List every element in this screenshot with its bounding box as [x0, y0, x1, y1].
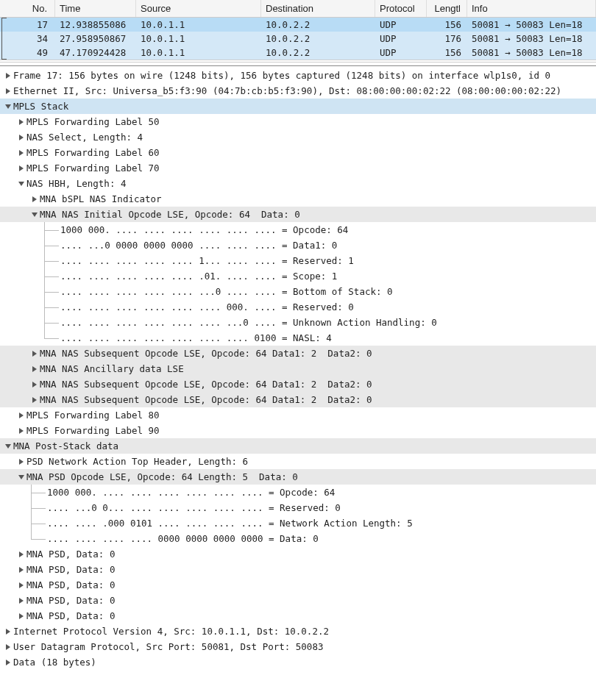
tree-node[interactable]: Internet Protocol Version 4, Src: 10.0.1…: [0, 624, 596, 639]
caret-closed-icon[interactable]: [3, 88, 13, 95]
packet-row[interactable]: 1712.93885508610.0.1.110.0.2.2UDP1565008…: [0, 18, 596, 32]
tree-node[interactable]: .... .... .... .... .... ...0 .... .... …: [0, 284, 596, 299]
tree-guide-icon: [40, 284, 60, 299]
cell-len: 156: [427, 18, 467, 32]
col-header-no[interactable]: No.: [0, 0, 55, 17]
caret-closed-icon[interactable]: [3, 643, 13, 651]
tree-node[interactable]: MNA PSD, Data: 0: [0, 546, 596, 562]
cell-no: 34: [0, 32, 55, 46]
caret-closed-icon[interactable]: [16, 566, 26, 574]
tree-node[interactable]: MPLS Forwarding Label 60: [0, 145, 596, 160]
col-header-dst[interactable]: Destination: [261, 0, 375, 17]
tree-node[interactable]: Data (18 bytes): [0, 654, 596, 670]
tree-label: PSD Network Action Top Header, Length: 6: [26, 454, 248, 469]
tree-label: MNA PSD, Data: 0: [26, 593, 115, 608]
caret-closed-icon[interactable]: [3, 628, 13, 635]
tree-node[interactable]: .... ...0 0... .... .... .... .... .... …: [0, 500, 596, 515]
tree-node[interactable]: MNA bSPL NAS Indicator: [0, 191, 596, 207]
tree-node[interactable]: MNA NAS Subsequent Opcode LSE, Opcode: 6…: [0, 392, 596, 407]
tree-node[interactable]: Frame 17: 156 bytes on wire (1248 bits),…: [0, 68, 596, 83]
caret-closed-icon[interactable]: [16, 427, 26, 435]
tree-node[interactable]: Ethernet II, Src: Universa_b5:f3:90 (04:…: [0, 83, 596, 99]
caret-closed-icon[interactable]: [3, 659, 13, 666]
tree-label: .... .... .... .... .... ...0 .... .... …: [60, 284, 393, 299]
caret-closed-icon[interactable]: [29, 196, 40, 203]
col-header-src[interactable]: Source: [136, 0, 261, 17]
tree-node[interactable]: MPLS Forwarding Label 50: [0, 114, 596, 129]
tree-node[interactable]: .... .... .000 0101 .... .... .... .... …: [0, 515, 596, 531]
tree-node[interactable]: MNA NAS Ancillary data LSE: [0, 361, 596, 376]
tree-label: MPLS Forwarding Label 90: [26, 423, 160, 438]
caret-closed-icon[interactable]: [29, 365, 40, 373]
caret-closed-icon[interactable]: [16, 118, 26, 126]
tree-label: MNA Post-Stack data: [13, 438, 118, 454]
col-header-proto[interactable]: Protocol: [375, 0, 427, 17]
tree-node[interactable]: .... .... .... .... .... .... .... 0100 …: [0, 330, 596, 346]
tree-node[interactable]: NAS HBH, Length: 4: [0, 176, 596, 191]
caret-closed-icon[interactable]: [16, 582, 26, 589]
tree-node[interactable]: NAS Select, Length: 4: [0, 129, 596, 145]
caret-closed-icon[interactable]: [29, 381, 40, 388]
cell-no: 49: [0, 46, 55, 60]
tree-node[interactable]: MNA NAS Subsequent Opcode LSE, Opcode: 6…: [0, 376, 596, 392]
tree-node[interactable]: MNA NAS Subsequent Opcode LSE, Opcode: 6…: [0, 346, 596, 361]
caret-open-icon[interactable]: [29, 211, 40, 218]
caret-closed-icon[interactable]: [16, 458, 26, 465]
col-header-time[interactable]: Time: [55, 0, 136, 17]
tree-guide-icon: [40, 238, 60, 253]
tree-label: MNA NAS Subsequent Opcode LSE, Opcode: 6…: [40, 392, 372, 407]
tree-node[interactable]: MNA NAS Initial Opcode LSE, Opcode: 64 D…: [0, 207, 596, 222]
tree-label: .... .... .... .... .... .... 000. .... …: [60, 299, 354, 315]
caret-closed-icon[interactable]: [29, 396, 40, 404]
tree-node[interactable]: .... .... .... .... .... .... 000. .... …: [0, 299, 596, 315]
caret-closed-icon[interactable]: [16, 412, 26, 419]
caret-open-icon[interactable]: [16, 180, 26, 188]
caret-closed-icon[interactable]: [16, 612, 26, 620]
caret-closed-icon[interactable]: [29, 350, 40, 357]
tree-node[interactable]: .... .... .... .... .... .... ...0 .... …: [0, 315, 596, 330]
tree-node[interactable]: MNA PSD, Data: 0: [0, 608, 596, 624]
tree-node[interactable]: 1000 000. .... .... .... .... .... .... …: [0, 222, 596, 238]
cell-dst: 10.0.2.2: [261, 46, 375, 60]
tree-node[interactable]: PSD Network Action Top Header, Length: 6: [0, 454, 596, 469]
tree-node[interactable]: MPLS Stack: [0, 99, 596, 114]
cell-proto: UDP: [375, 46, 427, 60]
tree-node[interactable]: .... .... .... .... 0000 0000 0000 0000 …: [0, 531, 596, 546]
col-header-len[interactable]: Lengtl: [427, 0, 467, 17]
caret-open-icon[interactable]: [3, 443, 13, 450]
tree-node[interactable]: User Datagram Protocol, Src Port: 50081,…: [0, 639, 596, 654]
col-header-info[interactable]: Info: [467, 0, 596, 17]
tree-node[interactable]: MNA PSD Opcode LSE, Opcode: 64 Length: 5…: [0, 469, 596, 485]
caret-closed-icon[interactable]: [16, 149, 26, 157]
tree-label: .... .... .000 0101 .... .... .... .... …: [47, 515, 413, 531]
tree-node[interactable]: MPLS Forwarding Label 80: [0, 407, 596, 423]
tree-node[interactable]: 1000 000. .... .... .... .... .... .... …: [0, 485, 596, 500]
related-bracket-icon: [1, 18, 9, 32]
tree-node[interactable]: .... ...0 0000 0000 0000 .... .... .... …: [0, 238, 596, 253]
caret-closed-icon[interactable]: [16, 597, 26, 604]
caret-closed-icon[interactable]: [16, 165, 26, 172]
caret-closed-icon[interactable]: [3, 72, 13, 79]
tree-node[interactable]: .... .... .... .... .... .01. .... .... …: [0, 268, 596, 284]
tree-node[interactable]: MPLS Forwarding Label 90: [0, 423, 596, 438]
tree-node[interactable]: MNA PSD, Data: 0: [0, 577, 596, 593]
tree-node[interactable]: MPLS Forwarding Label 70: [0, 160, 596, 176]
tree-node[interactable]: MNA PSD, Data: 0: [0, 562, 596, 577]
packet-row[interactable]: 4947.17092442810.0.1.110.0.2.2UDP1565008…: [0, 46, 596, 60]
tree-label: NAS HBH, Length: 4: [26, 176, 126, 191]
tree-node[interactable]: MNA Post-Stack data: [0, 438, 596, 454]
cell-info: 50081 → 50083 Len=18: [467, 18, 596, 32]
cell-info: 50081 → 50083 Len=18: [467, 46, 596, 60]
tree-label: NAS Select, Length: 4: [26, 129, 143, 145]
caret-closed-icon[interactable]: [16, 134, 26, 141]
tree-guide-icon: [40, 315, 60, 330]
caret-closed-icon[interactable]: [16, 551, 26, 558]
tree-node[interactable]: MNA PSD, Data: 0: [0, 593, 596, 608]
tree-label: MNA NAS Initial Opcode LSE, Opcode: 64 D…: [40, 207, 300, 222]
caret-open-icon[interactable]: [16, 474, 26, 481]
caret-open-icon[interactable]: [3, 103, 13, 110]
packet-row[interactable]: 3427.95895086710.0.1.110.0.2.2UDP1765008…: [0, 32, 596, 46]
tree-label: MNA NAS Subsequent Opcode LSE, Opcode: 6…: [40, 376, 372, 392]
tree-node[interactable]: .... .... .... .... .... 1... .... .... …: [0, 253, 596, 268]
cell-len: 176: [427, 32, 467, 46]
